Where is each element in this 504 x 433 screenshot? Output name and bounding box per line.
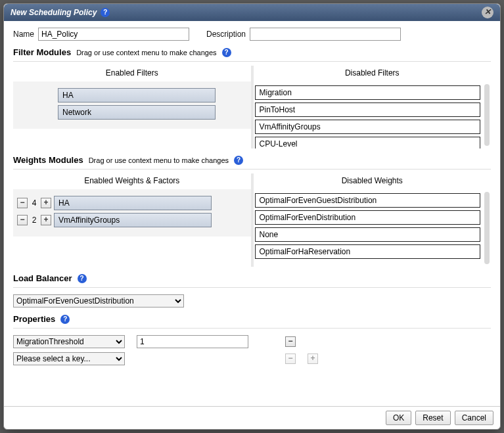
reset-button[interactable]: Reset: [415, 411, 450, 425]
weight-row: − 2 + VmAffinityGroups: [17, 213, 246, 227]
scrollbar[interactable]: [484, 192, 490, 264]
decrease-factor-button[interactable]: −: [17, 198, 28, 208]
weights-modules-hint: Drag or use context menu to make changes: [89, 156, 229, 164]
help-icon[interactable]: ?: [78, 274, 87, 283]
add-property-button: +: [308, 353, 318, 364]
filter-item[interactable]: PinToHost: [255, 103, 481, 117]
weight-item[interactable]: OptimalForHaReservation: [255, 244, 481, 259]
weight-item[interactable]: OptimalForEvenGuestDistribution: [255, 193, 481, 208]
property-key-select[interactable]: Please select a key...: [13, 352, 125, 365]
load-balancer-heading: Load Balancer: [13, 273, 72, 283]
help-icon[interactable]: ?: [60, 315, 70, 324]
scrollbar[interactable]: [484, 84, 490, 146]
weights-modules-heading: Weights Modules: [13, 155, 83, 165]
enabled-filters-title: Enabled Filters: [13, 68, 251, 78]
filter-item[interactable]: HA: [58, 88, 216, 103]
remove-property-button[interactable]: −: [285, 336, 296, 347]
filter-modules-hint: Drag or use context menu to make changes: [76, 49, 216, 57]
property-row: Please select a key... − +: [13, 352, 491, 365]
description-label: Description: [206, 30, 246, 39]
property-value-input[interactable]: [137, 335, 248, 348]
weight-factor: 4: [30, 198, 38, 208]
disabled-weights-list[interactable]: OptimalForEvenGuestDistribution OptimalF…: [254, 189, 492, 267]
weight-row: − 4 + HA: [17, 196, 246, 210]
property-key-select[interactable]: MigrationThreshold: [13, 335, 125, 348]
property-row: MigrationThreshold −: [13, 335, 491, 348]
filter-item[interactable]: VmAffinityGroups: [255, 120, 481, 134]
weight-factor: 2: [30, 216, 38, 225]
increase-factor-button[interactable]: +: [41, 215, 51, 225]
name-input[interactable]: [38, 28, 189, 41]
disabled-weights-title: Disabled Weights: [254, 176, 492, 185]
cancel-button[interactable]: Cancel: [455, 411, 493, 425]
dialog-titlebar: New Scheduling Policy ? ✕: [4, 4, 500, 21]
help-icon[interactable]: ?: [234, 156, 243, 165]
description-input[interactable]: [250, 28, 401, 41]
weight-item[interactable]: HA: [54, 196, 212, 210]
dialog-button-bar: OK Reset Cancel: [4, 406, 500, 429]
filter-item[interactable]: Migration: [255, 85, 481, 100]
enabled-weights-title: Enabled Weights & Factors: [13, 176, 251, 185]
help-icon[interactable]: ?: [101, 8, 110, 17]
weight-item[interactable]: VmAffinityGroups: [54, 213, 212, 227]
name-label: Name: [13, 30, 34, 39]
help-icon[interactable]: ?: [222, 48, 231, 57]
load-balancer-select[interactable]: OptimalForEvenGuestDistribution: [13, 294, 184, 308]
enabled-filters-list[interactable]: HA Network: [13, 81, 251, 129]
weight-item[interactable]: None: [255, 227, 481, 242]
disabled-filters-list[interactable]: Migration PinToHost VmAffinityGroups CPU…: [254, 81, 492, 148]
increase-factor-button[interactable]: +: [41, 198, 51, 208]
dialog-content: Name Description Filter Modules Drag or …: [4, 21, 500, 406]
close-icon[interactable]: ✕: [482, 7, 493, 18]
filter-modules-heading: Filter Modules: [13, 47, 71, 57]
disabled-filters-title: Disabled Filters: [254, 68, 492, 78]
enabled-weights-list[interactable]: − 4 + HA − 2 + VmAffinityGroups: [13, 189, 251, 237]
filter-item[interactable]: Network: [58, 105, 216, 120]
decrease-factor-button[interactable]: −: [17, 215, 28, 225]
weight-item[interactable]: OptimalForEvenDistribution: [255, 210, 481, 225]
properties-heading: Properties: [13, 314, 55, 324]
remove-property-button: −: [285, 353, 296, 364]
dialog-title: New Scheduling Policy: [11, 8, 97, 17]
scheduling-policy-dialog: New Scheduling Policy ? ✕ Name Descripti…: [3, 3, 501, 430]
ok-button[interactable]: OK: [386, 411, 411, 425]
filter-item[interactable]: CPU-Level: [255, 137, 481, 148]
